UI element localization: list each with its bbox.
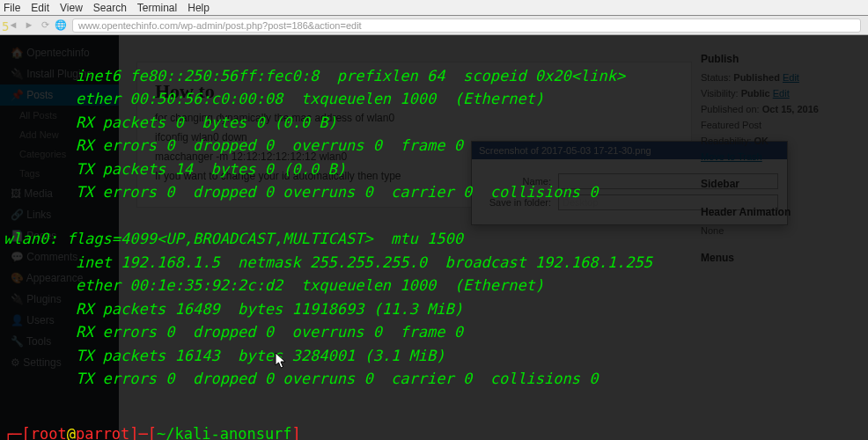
terminal-line: TX packets 14 bytes 0 (0.0 B): [4, 158, 864, 181]
prompt-user: root: [31, 425, 67, 440]
prompt-at: @: [67, 425, 76, 440]
terminal-line: [4, 204, 864, 228]
menu-view[interactable]: View: [60, 2, 83, 14]
terminal-line: ether 00:50:56:c0:00:08 txqueuelen 1000 …: [4, 87, 864, 111]
terminal-line: RX packets 0 bytes 0 (0.0 B): [4, 111, 864, 135]
terminal-line: TX errors 0 dropped 0 overruns 0 carrier…: [4, 180, 864, 204]
terminal-line: TX errors 0 dropped 0 overruns 0 carrier…: [4, 367, 864, 391]
terminal-line: ether 00:1e:35:92:2c:d2 txqueuelen 1000 …: [4, 274, 864, 297]
prompt-bracket: ]: [292, 425, 301, 440]
globe-icon: 🌐: [55, 19, 67, 31]
prompt-host: parrot: [76, 425, 129, 440]
prompt-bracket: ]─[: [129, 425, 157, 440]
prompt-bracket: ┌─[: [4, 425, 31, 440]
menu-file[interactable]: File: [4, 2, 20, 14]
browser-toolbar: ◄ ► ⟳ 🌐 www.opentechinfo.com/wp-admin/po…: [0, 16, 868, 35]
shell-prompt[interactable]: ┌─[root@parrot]─[~/kali-anonsurf] └──╼ #: [4, 422, 864, 440]
menu-terminal[interactable]: Terminal: [137, 2, 177, 14]
prompt-path: ~/kali-anonsurf: [157, 425, 292, 440]
terminal-line: wlan0: flags=4099<UP,BROADCAST,MULTICAST…: [4, 227, 864, 251]
url-bar[interactable]: www.opentechinfo.com/wp-admin/post.php?p…: [72, 18, 861, 33]
parrot-badge: 5: [2, 19, 9, 33]
terminal-line: inet6 fe80::250:56ff:fec0:8 prefixlen 64…: [4, 64, 864, 88]
reload-icon[interactable]: ⟳: [39, 19, 51, 31]
terminal-line: RX errors 0 dropped 0 overruns 0 frame 0: [4, 320, 864, 344]
menu-help[interactable]: Help: [188, 2, 210, 14]
app-menubar: File Edit View Search Terminal Help: [0, 0, 868, 16]
terminal-output[interactable]: inet6 fe80::250:56ff:fec0:8 prefixlen 64…: [0, 35, 868, 440]
terminal-line: RX packets 16489 bytes 11918693 (11.3 Mi…: [4, 297, 864, 321]
forward-icon[interactable]: ►: [23, 19, 35, 31]
terminal-line: inet 192.168.1.5 netmask 255.255.255.0 b…: [4, 251, 864, 275]
menu-edit[interactable]: Edit: [31, 2, 49, 14]
terminal-line: TX packets 16143 bytes 3284001 (3.1 MiB): [4, 344, 864, 368]
terminal-line: RX errors 0 dropped 0 overruns 0 frame 0: [4, 134, 864, 158]
menu-search[interactable]: Search: [93, 2, 127, 14]
